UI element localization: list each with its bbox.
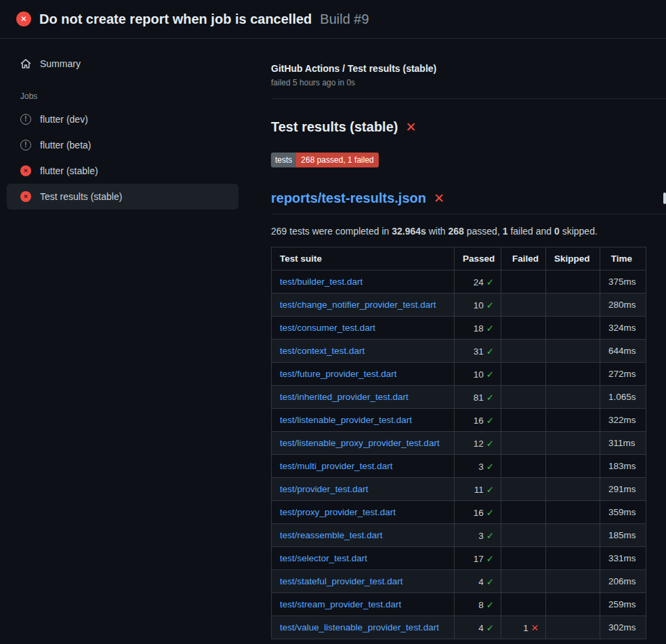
skipped-cell (546, 593, 600, 616)
passed-cell: 31✓ (455, 340, 501, 363)
summary-value: 32.964s (392, 226, 426, 237)
test-suite-link[interactable]: test/inherited_provider_test.dart (280, 392, 409, 402)
test-suite-link[interactable]: test/listenable_proxy_provider_test.dart (280, 438, 440, 448)
passed-cell: 12✓ (455, 432, 501, 455)
failed-cell (501, 547, 546, 570)
test-suite-cell: test/builder_test.dart (272, 270, 455, 294)
passed-cell: 10✓ (455, 363, 501, 386)
scrollbar-thumb[interactable] (663, 193, 666, 204)
test-suite-link[interactable]: test/builder_test.dart (280, 277, 362, 287)
test-suite-link[interactable]: test/multi_provider_test.dart (280, 461, 393, 471)
time-cell: 206ms (600, 570, 646, 593)
sidebar-item-summary[interactable]: Summary (7, 51, 238, 77)
passed-count: 4 (478, 623, 484, 633)
time-cell: 644ms (600, 340, 646, 363)
summary-value: 0 (554, 226, 560, 237)
test-suite-link[interactable]: test/proxy_provider_test.dart (280, 507, 396, 517)
sidebar-item-flutter-dev[interactable]: ! flutter (dev) (7, 106, 238, 132)
exclaim-glyph: ! (24, 142, 26, 148)
time-cell: 311ms (600, 432, 646, 455)
x-glyph: ✕ (20, 15, 27, 23)
table-row: test/provider_test.dart11✓291ms (272, 478, 646, 501)
check-icon: ✓ (486, 485, 494, 495)
check-icon: ✓ (486, 554, 494, 564)
test-suite-cell: test/stream_provider_test.dart (272, 593, 455, 616)
time-cell: 183ms (600, 455, 646, 478)
check-icon: ✓ (486, 462, 494, 472)
table-row: test/listenable_proxy_provider_test.dart… (272, 432, 646, 455)
passed-count: 16 (474, 508, 484, 518)
x-icon: ✕ (531, 623, 539, 633)
test-suite-cell: test/value_listenable_provider_test.dart (272, 616, 455, 639)
passed-count: 8 (478, 600, 484, 610)
time-cell: 1.065s (600, 386, 646, 409)
passed-cell: 16✓ (455, 409, 501, 432)
breadcrumb: GitHub Actions / Test results (stable) (271, 63, 666, 74)
passed-count: 4 (478, 577, 484, 587)
test-suite-link[interactable]: test/stream_provider_test.dart (280, 599, 401, 609)
time-cell: 291ms (600, 478, 646, 501)
check-icon: ✓ (486, 323, 494, 334)
sidebar-item-flutter-stable[interactable]: ✕ flutter (stable) (7, 158, 238, 184)
report-link[interactable]: reports/test-results.json (271, 190, 426, 206)
test-suite-link[interactable]: test/future_provider_test.dart (280, 369, 397, 379)
passed-cell: 18✓ (455, 317, 501, 340)
test-suite-link[interactable]: test/reassemble_test.dart (280, 530, 383, 540)
check-icon: ✓ (486, 531, 494, 541)
page-title: Do not create report when job is cancell… (39, 12, 312, 27)
badge-value: 268 passed, 1 failed (296, 153, 378, 167)
test-suite-link[interactable]: test/listenable_provider_test.dart (280, 415, 412, 425)
failed-status-icon: ✕ (20, 165, 31, 176)
test-suite-link[interactable]: test/stateful_provider_test.dart (280, 576, 403, 586)
test-suite-cell: test/multi_provider_test.dart (272, 455, 455, 478)
col-header-skipped: Skipped (546, 247, 600, 270)
test-suite-cell: test/inherited_provider_test.dart (272, 386, 455, 409)
report-heading: reports/test-results.json ✕ (271, 190, 666, 214)
time-cell: 322ms (600, 409, 646, 432)
check-icon: ✓ (486, 393, 494, 403)
failed-cell (501, 501, 546, 524)
sidebar-item-label: flutter (dev) (40, 114, 88, 125)
table-row: test/inherited_provider_test.dart81✓1.06… (272, 386, 646, 409)
test-suite-link[interactable]: test/provider_test.dart (280, 484, 369, 494)
passed-count: 10 (474, 300, 484, 310)
skipped-cell (546, 478, 600, 501)
passed-cell: 10✓ (455, 294, 501, 317)
failed-cell (501, 270, 546, 294)
table-row: test/value_listenable_provider_test.dart… (272, 616, 646, 639)
failed-cell (501, 340, 546, 363)
test-suite-link[interactable]: test/change_notifier_provider_test.dart (280, 300, 436, 310)
results-table-body: test/builder_test.dart24✓375mstest/chang… (272, 270, 646, 639)
failed-cell (501, 294, 546, 317)
skipped-cell (546, 340, 600, 363)
test-suite-link[interactable]: test/consumer_test.dart (280, 323, 375, 333)
summary-text: skipped. (560, 226, 598, 237)
test-suite-link[interactable]: test/selector_test.dart (280, 553, 367, 563)
summary-value: 1 (503, 226, 508, 237)
passed-cell: 4✓ (455, 616, 501, 639)
sidebar-item-flutter-beta[interactable]: ! flutter (beta) (7, 132, 238, 158)
failed-status-icon: ✕ (20, 191, 31, 202)
sidebar-item-test-results-stable[interactable]: ✕ Test results (stable) (7, 184, 238, 209)
failed-cell (501, 363, 546, 386)
failed-status-icon: ✕ (16, 12, 31, 26)
test-suite-link[interactable]: test/context_test.dart (280, 346, 365, 356)
x-glyph: ✕ (23, 168, 28, 174)
skipped-cell (546, 317, 600, 340)
check-icon: ✓ (486, 416, 494, 426)
skipped-cell (546, 570, 600, 593)
failed-cell (501, 432, 546, 455)
tests-badge: tests 268 passed, 1 failed (271, 153, 379, 167)
section-title: Test results (stable) ✕ (271, 119, 666, 135)
check-icon: ✓ (486, 623, 494, 633)
time-cell: 280ms (600, 294, 646, 317)
test-suite-link[interactable]: test/value_listenable_provider_test.dart (280, 622, 439, 632)
passed-cell: 3✓ (455, 455, 501, 478)
table-row: test/listenable_provider_test.dart16✓322… (272, 409, 646, 432)
table-row: test/reassemble_test.dart3✓185ms (272, 524, 646, 547)
home-icon (20, 58, 31, 69)
passed-count: 18 (474, 323, 484, 334)
summary-text: passed, (464, 226, 503, 237)
passed-cell: 3✓ (455, 524, 501, 547)
passed-cell: 81✓ (455, 386, 501, 409)
